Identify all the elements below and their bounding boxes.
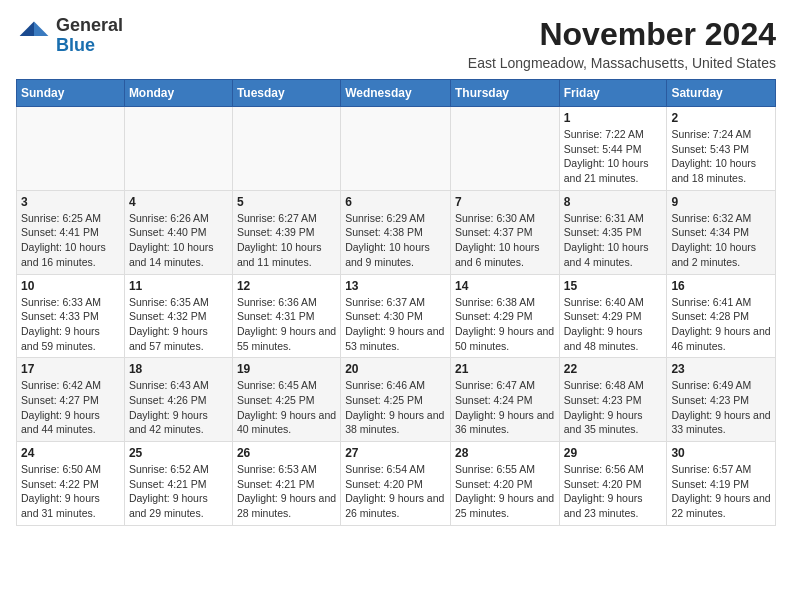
calendar-cell: 21Sunrise: 6:47 AM Sunset: 4:24 PM Dayli…: [450, 358, 559, 442]
day-info: Sunrise: 6:57 AM Sunset: 4:19 PM Dayligh…: [671, 462, 771, 521]
calendar-cell: 20Sunrise: 6:46 AM Sunset: 4:25 PM Dayli…: [341, 358, 451, 442]
weekday-header-monday: Monday: [124, 80, 232, 107]
day-info: Sunrise: 6:27 AM Sunset: 4:39 PM Dayligh…: [237, 211, 336, 270]
calendar-cell: 18Sunrise: 6:43 AM Sunset: 4:26 PM Dayli…: [124, 358, 232, 442]
calendar-cell: 1Sunrise: 7:22 AM Sunset: 5:44 PM Daylig…: [559, 107, 667, 191]
day-number: 22: [564, 362, 663, 376]
calendar-cell: 3Sunrise: 6:25 AM Sunset: 4:41 PM Daylig…: [17, 190, 125, 274]
calendar-cell: 22Sunrise: 6:48 AM Sunset: 4:23 PM Dayli…: [559, 358, 667, 442]
logo: General Blue: [16, 16, 123, 56]
day-number: 11: [129, 279, 228, 293]
calendar-cell: 13Sunrise: 6:37 AM Sunset: 4:30 PM Dayli…: [341, 274, 451, 358]
day-number: 15: [564, 279, 663, 293]
day-info: Sunrise: 6:33 AM Sunset: 4:33 PM Dayligh…: [21, 295, 120, 354]
weekday-header-saturday: Saturday: [667, 80, 776, 107]
day-number: 20: [345, 362, 446, 376]
header: General Blue November 2024 East Longmead…: [16, 16, 776, 71]
calendar: SundayMondayTuesdayWednesdayThursdayFrid…: [16, 79, 776, 526]
day-number: 3: [21, 195, 120, 209]
day-info: Sunrise: 6:38 AM Sunset: 4:29 PM Dayligh…: [455, 295, 555, 354]
calendar-cell: 9Sunrise: 6:32 AM Sunset: 4:34 PM Daylig…: [667, 190, 776, 274]
calendar-cell: 10Sunrise: 6:33 AM Sunset: 4:33 PM Dayli…: [17, 274, 125, 358]
calendar-cell: 30Sunrise: 6:57 AM Sunset: 4:19 PM Dayli…: [667, 442, 776, 526]
day-info: Sunrise: 6:43 AM Sunset: 4:26 PM Dayligh…: [129, 378, 228, 437]
day-info: Sunrise: 6:30 AM Sunset: 4:37 PM Dayligh…: [455, 211, 555, 270]
calendar-cell: 28Sunrise: 6:55 AM Sunset: 4:20 PM Dayli…: [450, 442, 559, 526]
calendar-cell: [232, 107, 340, 191]
day-number: 16: [671, 279, 771, 293]
weekday-header-tuesday: Tuesday: [232, 80, 340, 107]
title-area: November 2024 East Longmeadow, Massachus…: [468, 16, 776, 71]
day-info: Sunrise: 6:46 AM Sunset: 4:25 PM Dayligh…: [345, 378, 446, 437]
calendar-body: 1Sunrise: 7:22 AM Sunset: 5:44 PM Daylig…: [17, 107, 776, 526]
calendar-cell: 11Sunrise: 6:35 AM Sunset: 4:32 PM Dayli…: [124, 274, 232, 358]
calendar-cell: [17, 107, 125, 191]
day-info: Sunrise: 6:29 AM Sunset: 4:38 PM Dayligh…: [345, 211, 446, 270]
calendar-week-4: 17Sunrise: 6:42 AM Sunset: 4:27 PM Dayli…: [17, 358, 776, 442]
calendar-week-5: 24Sunrise: 6:50 AM Sunset: 4:22 PM Dayli…: [17, 442, 776, 526]
weekday-header-thursday: Thursday: [450, 80, 559, 107]
calendar-cell: 25Sunrise: 6:52 AM Sunset: 4:21 PM Dayli…: [124, 442, 232, 526]
calendar-cell: 15Sunrise: 6:40 AM Sunset: 4:29 PM Dayli…: [559, 274, 667, 358]
day-number: 29: [564, 446, 663, 460]
day-number: 8: [564, 195, 663, 209]
day-number: 7: [455, 195, 555, 209]
day-info: Sunrise: 6:42 AM Sunset: 4:27 PM Dayligh…: [21, 378, 120, 437]
day-number: 19: [237, 362, 336, 376]
month-title: November 2024: [468, 16, 776, 53]
calendar-cell: 5Sunrise: 6:27 AM Sunset: 4:39 PM Daylig…: [232, 190, 340, 274]
calendar-cell: [341, 107, 451, 191]
calendar-cell: 7Sunrise: 6:30 AM Sunset: 4:37 PM Daylig…: [450, 190, 559, 274]
weekday-header-sunday: Sunday: [17, 80, 125, 107]
calendar-header: SundayMondayTuesdayWednesdayThursdayFrid…: [17, 80, 776, 107]
day-number: 21: [455, 362, 555, 376]
day-number: 6: [345, 195, 446, 209]
day-number: 14: [455, 279, 555, 293]
day-info: Sunrise: 6:54 AM Sunset: 4:20 PM Dayligh…: [345, 462, 446, 521]
day-info: Sunrise: 6:45 AM Sunset: 4:25 PM Dayligh…: [237, 378, 336, 437]
day-number: 4: [129, 195, 228, 209]
day-number: 18: [129, 362, 228, 376]
day-info: Sunrise: 7:24 AM Sunset: 5:43 PM Dayligh…: [671, 127, 771, 186]
weekday-header-friday: Friday: [559, 80, 667, 107]
day-info: Sunrise: 6:37 AM Sunset: 4:30 PM Dayligh…: [345, 295, 446, 354]
day-info: Sunrise: 6:31 AM Sunset: 4:35 PM Dayligh…: [564, 211, 663, 270]
day-info: Sunrise: 6:48 AM Sunset: 4:23 PM Dayligh…: [564, 378, 663, 437]
day-info: Sunrise: 7:22 AM Sunset: 5:44 PM Dayligh…: [564, 127, 663, 186]
day-number: 28: [455, 446, 555, 460]
calendar-cell: [124, 107, 232, 191]
calendar-cell: [450, 107, 559, 191]
calendar-cell: 23Sunrise: 6:49 AM Sunset: 4:23 PM Dayli…: [667, 358, 776, 442]
day-info: Sunrise: 6:35 AM Sunset: 4:32 PM Dayligh…: [129, 295, 228, 354]
day-info: Sunrise: 6:25 AM Sunset: 4:41 PM Dayligh…: [21, 211, 120, 270]
calendar-cell: 12Sunrise: 6:36 AM Sunset: 4:31 PM Dayli…: [232, 274, 340, 358]
calendar-week-3: 10Sunrise: 6:33 AM Sunset: 4:33 PM Dayli…: [17, 274, 776, 358]
weekday-row: SundayMondayTuesdayWednesdayThursdayFrid…: [17, 80, 776, 107]
location: East Longmeadow, Massachusetts, United S…: [468, 55, 776, 71]
calendar-cell: 2Sunrise: 7:24 AM Sunset: 5:43 PM Daylig…: [667, 107, 776, 191]
day-number: 26: [237, 446, 336, 460]
day-info: Sunrise: 6:50 AM Sunset: 4:22 PM Dayligh…: [21, 462, 120, 521]
day-info: Sunrise: 6:41 AM Sunset: 4:28 PM Dayligh…: [671, 295, 771, 354]
day-info: Sunrise: 6:36 AM Sunset: 4:31 PM Dayligh…: [237, 295, 336, 354]
svg-marker-0: [34, 21, 48, 35]
day-info: Sunrise: 6:55 AM Sunset: 4:20 PM Dayligh…: [455, 462, 555, 521]
calendar-week-2: 3Sunrise: 6:25 AM Sunset: 4:41 PM Daylig…: [17, 190, 776, 274]
day-number: 5: [237, 195, 336, 209]
calendar-cell: 14Sunrise: 6:38 AM Sunset: 4:29 PM Dayli…: [450, 274, 559, 358]
day-info: Sunrise: 6:32 AM Sunset: 4:34 PM Dayligh…: [671, 211, 771, 270]
day-number: 12: [237, 279, 336, 293]
day-info: Sunrise: 6:47 AM Sunset: 4:24 PM Dayligh…: [455, 378, 555, 437]
calendar-cell: 6Sunrise: 6:29 AM Sunset: 4:38 PM Daylig…: [341, 190, 451, 274]
calendar-cell: 29Sunrise: 6:56 AM Sunset: 4:20 PM Dayli…: [559, 442, 667, 526]
day-number: 2: [671, 111, 771, 125]
calendar-cell: 16Sunrise: 6:41 AM Sunset: 4:28 PM Dayli…: [667, 274, 776, 358]
day-number: 24: [21, 446, 120, 460]
logo-blue: Blue: [56, 35, 95, 55]
day-info: Sunrise: 6:40 AM Sunset: 4:29 PM Dayligh…: [564, 295, 663, 354]
calendar-cell: 26Sunrise: 6:53 AM Sunset: 4:21 PM Dayli…: [232, 442, 340, 526]
logo-general: General: [56, 15, 123, 35]
day-number: 13: [345, 279, 446, 293]
calendar-cell: 19Sunrise: 6:45 AM Sunset: 4:25 PM Dayli…: [232, 358, 340, 442]
day-number: 25: [129, 446, 228, 460]
